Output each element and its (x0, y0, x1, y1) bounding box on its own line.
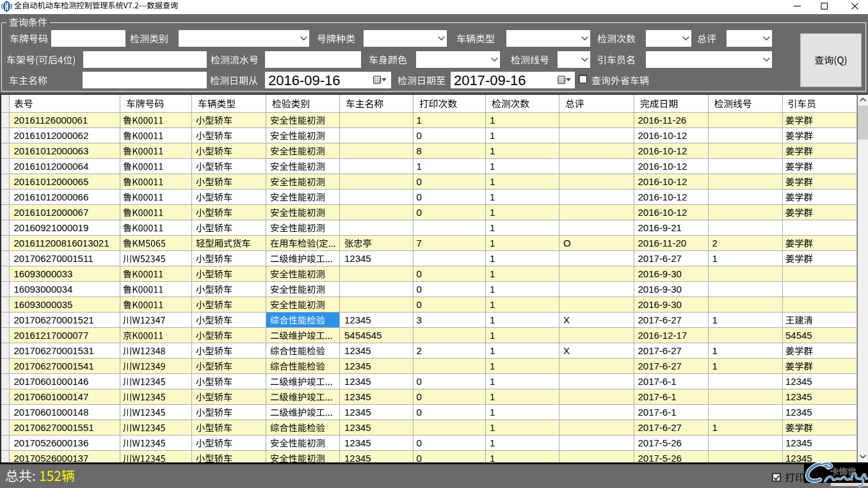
svg-text:1: 1 (490, 361, 495, 371)
svg-text:20170526000137: 20170526000137 (14, 453, 89, 464)
svg-text:20161126000061: 20161126000061 (14, 115, 88, 126)
svg-text:2016-9-30: 2016-9-30 (638, 299, 682, 310)
svg-text:2017-5-26: 2017-5-26 (638, 453, 682, 464)
svg-text:16093000034: 16093000034 (14, 284, 73, 295)
svg-text:20170526000136: 20170526000136 (14, 437, 89, 448)
svg-text:2017-6-1: 2017-6-1 (638, 391, 677, 402)
svg-text:0: 0 (417, 437, 422, 448)
svg-text:0: 0 (417, 391, 422, 402)
svg-text:X: X (563, 314, 570, 325)
svg-text:20160921000019: 20160921000019 (14, 222, 89, 233)
svg-text:2016-9-30: 2016-9-30 (638, 268, 682, 279)
svg-text:12345: 12345 (344, 376, 371, 387)
svg-text:1: 1 (490, 391, 495, 402)
svg-text:12345: 12345 (344, 407, 371, 418)
svg-text:1: 1 (417, 115, 422, 126)
svg-text:16093000035: 16093000035 (14, 299, 73, 310)
svg-text:20161012000067: 20161012000067 (14, 207, 89, 218)
svg-text:1: 1 (490, 284, 495, 295)
svg-text:54545: 54545 (785, 330, 812, 341)
svg-text:2016-10-12: 2016-10-12 (638, 207, 687, 218)
svg-text:20161012000062: 20161012000062 (14, 130, 89, 141)
svg-text:20161012000065: 20161012000065 (14, 176, 89, 187)
svg-text:1: 1 (490, 207, 495, 218)
svg-text:3: 3 (417, 314, 422, 325)
svg-text:1: 1 (417, 161, 422, 172)
svg-text:O: O (563, 238, 571, 248)
svg-text:1: 1 (490, 130, 495, 141)
svg-text:0: 0 (417, 191, 422, 202)
svg-text:1: 1 (490, 376, 495, 387)
svg-text:12345: 12345 (344, 361, 371, 371)
svg-text:1: 1 (490, 268, 495, 279)
svg-text:20161217000077: 20161217000077 (14, 330, 89, 341)
svg-text:1: 1 (490, 299, 495, 310)
svg-text:20170601000147: 20170601000147 (14, 391, 89, 402)
svg-text:1: 1 (490, 191, 495, 202)
svg-text:1: 1 (490, 314, 495, 325)
svg-text:2017-6-27: 2017-6-27 (638, 314, 682, 325)
svg-text:0: 0 (417, 130, 422, 141)
svg-text:2016-10-12: 2016-10-12 (638, 130, 687, 141)
svg-text:1: 1 (490, 145, 495, 156)
svg-text:201706270001551: 201706270001551 (14, 422, 94, 433)
svg-text:2017-6-27: 2017-6-27 (638, 345, 682, 356)
svg-text:0: 0 (417, 376, 422, 387)
svg-text:2016-10-12: 2016-10-12 (638, 191, 687, 202)
svg-text:2016-11-20: 2016-11-20 (638, 238, 687, 248)
svg-text:1: 1 (712, 253, 718, 264)
svg-text:2017-6-27: 2017-6-27 (638, 422, 682, 433)
svg-text:16093000033: 16093000033 (14, 268, 73, 279)
svg-text:7: 7 (417, 238, 422, 248)
svg-text:12345: 12345 (785, 391, 812, 402)
svg-text:2017-6-27: 2017-6-27 (638, 361, 682, 371)
svg-text:12345: 12345 (785, 453, 812, 464)
svg-text:12345: 12345 (785, 376, 812, 387)
svg-text:1: 1 (490, 253, 495, 264)
svg-text:1: 1 (490, 437, 495, 448)
svg-text:1: 1 (490, 453, 495, 464)
svg-text:20161012000066: 20161012000066 (14, 191, 89, 202)
svg-text:12345: 12345 (344, 437, 371, 448)
svg-text:12345: 12345 (344, 253, 371, 264)
svg-text:2016-10-12: 2016-10-12 (638, 161, 687, 172)
svg-text:2017-6-1: 2017-6-1 (638, 407, 677, 418)
svg-text:0: 0 (417, 176, 422, 187)
svg-text:0: 0 (417, 284, 422, 295)
svg-text:20170601000148: 20170601000148 (14, 407, 89, 418)
svg-text:1: 1 (490, 222, 495, 233)
svg-text:0: 0 (417, 299, 422, 310)
svg-text:1: 1 (712, 345, 718, 356)
svg-text:201706270001531: 201706270001531 (14, 345, 94, 356)
svg-text:12345: 12345 (785, 407, 812, 418)
svg-text:1: 1 (490, 422, 495, 433)
svg-text:2016-09-16: 2016-09-16 (268, 72, 341, 88)
svg-text:2017-5-26: 2017-5-26 (638, 437, 682, 448)
svg-text:1: 1 (490, 115, 495, 126)
svg-text:8: 8 (417, 145, 422, 156)
svg-text:1: 1 (490, 330, 495, 341)
svg-text:1: 1 (490, 161, 495, 172)
svg-text:2017-09-16: 2017-09-16 (454, 72, 526, 88)
svg-text:12345: 12345 (344, 391, 371, 402)
svg-text:2016-12-17: 2016-12-17 (638, 330, 687, 341)
svg-text:2016-9-21: 2016-9-21 (638, 222, 682, 233)
svg-text:2017-6-27: 2017-6-27 (638, 253, 682, 264)
svg-text:5454545: 5454545 (344, 330, 382, 341)
svg-text:20170601000146: 20170601000146 (14, 376, 89, 387)
svg-text:0: 0 (417, 207, 422, 218)
svg-text:2016-11-26: 2016-11-26 (638, 115, 687, 126)
svg-text:1: 1 (490, 345, 495, 356)
svg-text:1: 1 (490, 176, 495, 187)
svg-text:12345: 12345 (344, 345, 371, 356)
svg-text:1: 1 (712, 314, 718, 325)
svg-text:1: 1 (490, 238, 495, 248)
svg-text:201706270001511: 201706270001511 (14, 253, 93, 264)
svg-text:201706270001521: 201706270001521 (14, 314, 94, 325)
svg-text:X: X (563, 345, 570, 356)
svg-text:12345: 12345 (344, 422, 371, 433)
svg-text:2016-10-12: 2016-10-12 (638, 176, 687, 187)
svg-text:1: 1 (490, 407, 495, 418)
svg-text:12345: 12345 (344, 453, 371, 464)
svg-text:0: 0 (417, 453, 422, 464)
